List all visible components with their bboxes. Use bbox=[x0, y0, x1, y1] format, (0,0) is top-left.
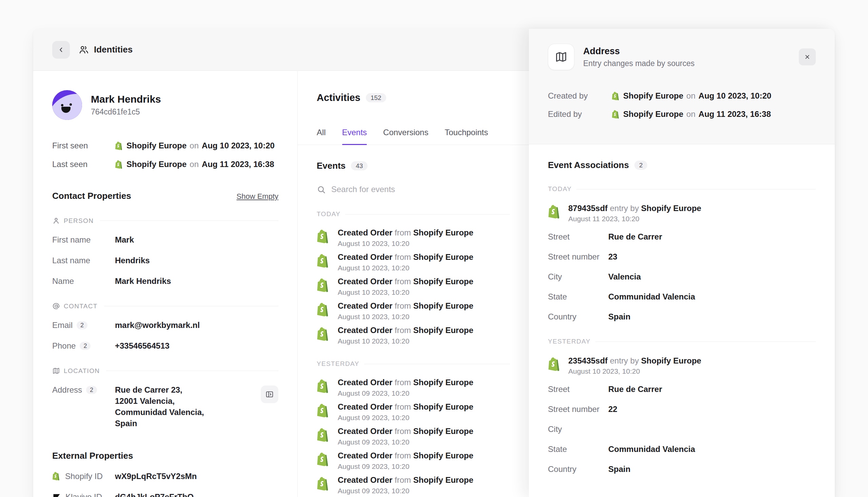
created-by-date: Aug 10 2023, 10:20 bbox=[699, 91, 771, 101]
property-label: Phone bbox=[52, 340, 75, 351]
property-value: Mark bbox=[115, 234, 134, 245]
external-properties-title: External Properties bbox=[52, 451, 133, 461]
event-list-item[interactable]: Created Order from Shopify Europe August… bbox=[317, 326, 510, 345]
group-header-person: PERSON bbox=[52, 217, 278, 225]
time-group-label: YESTERDAY bbox=[317, 360, 510, 368]
event-list-item[interactable]: Created Order from Shopify Europe August… bbox=[317, 378, 510, 397]
field-label: State bbox=[548, 444, 608, 454]
event-date: August 09 2023, 10:20 bbox=[338, 389, 473, 397]
shopify-icon bbox=[317, 302, 330, 317]
time-group-label: YESTERDAY bbox=[548, 338, 816, 345]
person-icon bbox=[52, 217, 60, 225]
shopify-icon bbox=[317, 428, 330, 442]
event-source: Shopify Europe bbox=[413, 252, 473, 261]
field-label: Street number bbox=[548, 252, 608, 261]
event-title: Created Order bbox=[338, 378, 392, 387]
entry-id: 879435sdf bbox=[568, 203, 608, 213]
shopify-icon bbox=[317, 327, 330, 341]
event-source: Shopify Europe bbox=[413, 301, 473, 310]
property-row: Name Mark Hendriks bbox=[52, 275, 278, 287]
external-property-label: Shopify ID bbox=[65, 471, 103, 482]
close-icon bbox=[803, 53, 811, 61]
entry-date: August 10 2023, 10:20 bbox=[568, 367, 701, 375]
event-source: Shopify Europe bbox=[413, 277, 473, 286]
shopify-icon bbox=[548, 357, 562, 372]
panel-title: Address bbox=[583, 46, 695, 57]
association-field-row: City bbox=[548, 425, 816, 435]
event-list-item[interactable]: Created Order from Shopify Europe August… bbox=[317, 301, 510, 321]
map-icon-tile bbox=[548, 44, 574, 70]
group-header-contact: CONTACT bbox=[52, 302, 278, 310]
field-value: Rue de Carrer bbox=[608, 384, 662, 394]
group-header-location: LOCATION bbox=[52, 367, 278, 375]
property-label: Email bbox=[52, 320, 72, 331]
edited-by-row: Edited by Shopify Europe on Aug 11 2023,… bbox=[548, 110, 816, 119]
search-input[interactable] bbox=[331, 183, 510, 196]
show-empty-link[interactable]: Show Empty bbox=[237, 192, 279, 201]
event-source: Shopify Europe bbox=[413, 326, 473, 335]
contact-properties-title: Contact Properties bbox=[52, 191, 131, 201]
event-source: Shopify Europe bbox=[413, 402, 473, 411]
event-list-item[interactable]: Created Order from Shopify Europe August… bbox=[317, 228, 510, 248]
event-list-item[interactable]: Created Order from Shopify Europe August… bbox=[317, 402, 510, 422]
panel-subtitle: Entry changes made by sources bbox=[583, 59, 695, 68]
shopify-icon bbox=[115, 160, 123, 169]
event-list-item[interactable]: Created Order from Shopify Europe August… bbox=[317, 277, 510, 296]
association-field-row: Street Rue de Carrer bbox=[548, 384, 816, 395]
property-row: Phone 2 +33546564513 bbox=[52, 340, 278, 351]
property-label: Last name bbox=[52, 255, 90, 266]
tab-all[interactable]: All bbox=[317, 128, 326, 145]
back-button[interactable] bbox=[52, 41, 70, 59]
entry-source: Shopify Europe bbox=[641, 203, 701, 213]
last-seen-source: Shopify Europe bbox=[126, 159, 187, 169]
close-panel-button[interactable] bbox=[799, 48, 816, 66]
association-field-row: Street number 22 bbox=[548, 404, 816, 415]
event-list-item[interactable]: Created Order from Shopify Europe August… bbox=[317, 252, 510, 272]
activities-title: Activities bbox=[317, 92, 360, 103]
association-field-row: State Communidad Valencia bbox=[548, 444, 816, 455]
address-property-row: Address 2 Rue de Carrer 23, 12001 Valenc… bbox=[52, 384, 278, 429]
shopify-icon bbox=[317, 379, 330, 394]
avatar bbox=[52, 90, 82, 120]
association-entry: 879435sdf entry by Shopify Europe August… bbox=[548, 203, 816, 223]
event-title: Created Order bbox=[338, 228, 392, 237]
event-date: August 10 2023, 10:20 bbox=[338, 264, 473, 272]
field-label: Country bbox=[548, 465, 608, 474]
event-date: August 09 2023, 10:20 bbox=[338, 463, 473, 471]
field-label: Country bbox=[548, 312, 608, 322]
event-list-item[interactable]: Created Order from Shopify Europe August… bbox=[317, 451, 510, 471]
shopify-icon bbox=[548, 204, 562, 219]
edited-by-date: Aug 11 2023, 16:38 bbox=[699, 110, 771, 119]
field-value: Communidad Valencia bbox=[608, 444, 695, 454]
tab-touchpoints[interactable]: Touchpoints bbox=[444, 128, 488, 145]
tab-conversions[interactable]: Conversions bbox=[383, 128, 428, 145]
tab-events[interactable]: Events bbox=[342, 128, 367, 145]
field-label: Street bbox=[548, 232, 608, 242]
event-date: August 10 2023, 10:20 bbox=[338, 313, 473, 321]
external-property-row: Shopify ID wX9pLqRcT5vY2sMn bbox=[52, 471, 278, 482]
association-field-row: Country Spain bbox=[548, 465, 816, 475]
property-row: Last name Hendriks bbox=[52, 255, 278, 266]
first-seen-date: Aug 10 2023, 10:20 bbox=[202, 141, 275, 151]
event-title: Created Order bbox=[338, 451, 392, 460]
field-value: 23 bbox=[608, 252, 617, 261]
entry-source: Shopify Europe bbox=[641, 356, 701, 365]
address-panel: Address Entry changes made by sources Cr… bbox=[529, 29, 835, 497]
event-date: August 10 2023, 10:20 bbox=[338, 337, 473, 345]
property-label: Address bbox=[52, 384, 82, 395]
map-icon bbox=[52, 367, 60, 375]
shopify-icon bbox=[52, 472, 61, 481]
event-list-item[interactable]: Created Order from Shopify Europe August… bbox=[317, 475, 510, 495]
property-label: Name bbox=[52, 275, 74, 287]
breadcrumb: Identities bbox=[79, 44, 133, 55]
identity-id: 764cd61fe1c5 bbox=[91, 108, 161, 116]
open-address-panel-button[interactable] bbox=[261, 385, 278, 403]
first-seen-label: First seen bbox=[52, 141, 115, 151]
shopify-icon bbox=[317, 476, 330, 491]
address-value: Rue de Carrer 23, 12001 Valencia, Commun… bbox=[115, 384, 204, 429]
event-date: August 09 2023, 10:20 bbox=[338, 487, 473, 495]
external-property-value: wX9pLqRcT5vY2sMn bbox=[115, 471, 197, 482]
external-property-label: Klaviyo ID bbox=[66, 491, 102, 497]
activities-count-badge: 152 bbox=[366, 93, 386, 102]
event-list-item[interactable]: Created Order from Shopify Europe August… bbox=[317, 427, 510, 446]
